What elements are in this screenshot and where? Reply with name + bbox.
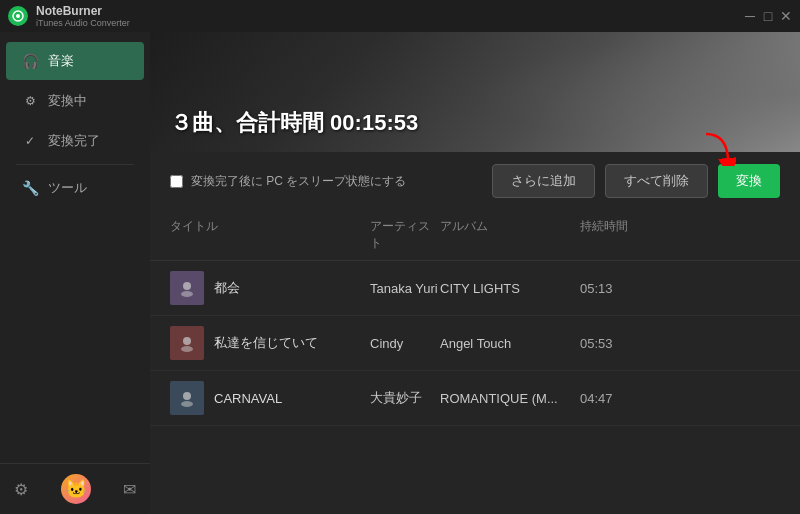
track-name: 都会 — [214, 279, 240, 297]
track-artist: Cindy — [370, 336, 440, 351]
close-button[interactable]: ✕ — [780, 10, 792, 22]
track-artist: Tanaka Yuri — [370, 281, 440, 296]
svg-point-10 — [183, 392, 191, 400]
svg-point-4 — [183, 282, 191, 290]
table-row[interactable]: 都会 Tanaka Yuri CITY LIGHTS 05:13 — [150, 261, 800, 316]
hero-title: ３曲、合計時間 00:15:53 — [170, 108, 418, 138]
music-icon: 🎧 — [22, 53, 38, 69]
sidebar-divider — [16, 164, 134, 165]
toolbar-left: 変換完了後に PC をスリープ状態にする — [170, 173, 406, 190]
track-title-cell: 都会 — [170, 271, 370, 305]
titlebar: NoteBurner iTunes Audio Converter ─ □ ✕ — [0, 0, 800, 32]
track-name: CARNAVAL — [214, 391, 282, 406]
converted-icon: ✓ — [22, 133, 38, 149]
table-row[interactable]: 私達を信じていて Cindy Angel Touch 05:53 — [150, 316, 800, 371]
svg-point-7 — [183, 337, 191, 345]
toolbar: 変換完了後に PC をスリープ状態にする さらに追加 すべて削除 変換 — [150, 152, 800, 210]
tools-icon: 🔧 — [22, 180, 38, 196]
track-thumbnail — [170, 326, 204, 360]
toolbar-right: さらに追加 すべて削除 変換 — [492, 164, 780, 198]
delete-all-button[interactable]: すべて削除 — [605, 164, 708, 198]
sidebar-nav: 🎧 音楽 ⚙ 変換中 ✓ 変換完了 🔧 ツール — [0, 32, 150, 463]
titlebar-left: NoteBurner iTunes Audio Converter — [8, 4, 130, 28]
titlebar-controls: ─ □ ✕ — [744, 10, 792, 22]
hero-overlay — [475, 32, 800, 152]
track-name: 私達を信じていて — [214, 334, 318, 352]
content-area: ３曲、合計時間 00:15:53 変換完了後に PC をスリープ状態にする さら… — [150, 32, 800, 514]
sidebar-item-converting[interactable]: ⚙ 変換中 — [6, 82, 144, 120]
table-header: タイトル アーティスト アルバム 持続時間 — [150, 210, 800, 261]
track-thumbnail — [170, 271, 204, 305]
track-album: ROMANTIQUE (M... — [440, 391, 580, 406]
col-album: アルバム — [440, 218, 580, 252]
add-more-button[interactable]: さらに追加 — [492, 164, 595, 198]
table-row[interactable]: CARNAVAL 大貴妙子 ROMANTIQUE (M... 04:47 — [150, 371, 800, 426]
svg-point-1 — [16, 14, 20, 18]
app-icon — [8, 6, 28, 26]
track-album: Angel Touch — [440, 336, 580, 351]
col-title: タイトル — [170, 218, 370, 252]
col-duration: 持続時間 — [580, 218, 700, 252]
sidebar-bottom: ⚙ 🐱 ✉ — [0, 463, 150, 514]
avatar[interactable]: 🐱 — [61, 474, 91, 504]
sidebar-item-converted[interactable]: ✓ 変換完了 — [6, 122, 144, 160]
minimize-button[interactable]: ─ — [744, 10, 756, 22]
svg-point-5 — [181, 291, 193, 297]
col-extra — [700, 218, 780, 252]
settings-icon[interactable]: ⚙ — [14, 480, 28, 499]
sidebar: 🎧 音楽 ⚙ 変換中 ✓ 変換完了 🔧 ツール ⚙ 🐱 ✉ — [0, 32, 150, 514]
track-rows: 都会 Tanaka Yuri CITY LIGHTS 05:13 私達を信じてい… — [150, 261, 800, 426]
arrow-indicator — [696, 130, 736, 170]
track-title-cell: CARNAVAL — [170, 381, 370, 415]
track-table: タイトル アーティスト アルバム 持続時間 都会 Tanaka Yuri CI — [150, 210, 800, 514]
app-name-block: NoteBurner iTunes Audio Converter — [36, 4, 130, 28]
converting-icon: ⚙ — [22, 93, 38, 109]
track-thumbnail — [170, 381, 204, 415]
sleep-checkbox[interactable] — [170, 175, 183, 188]
main-layout: 🎧 音楽 ⚙ 変換中 ✓ 変換完了 🔧 ツール ⚙ 🐱 ✉ — [0, 32, 800, 514]
app-name: NoteBurner — [36, 4, 130, 18]
track-duration: 04:47 — [580, 391, 700, 406]
sidebar-item-converted-label: 変換完了 — [48, 132, 100, 150]
app-subtitle: iTunes Audio Converter — [36, 18, 130, 28]
col-artist: アーティスト — [370, 218, 440, 252]
sidebar-item-converting-label: 変換中 — [48, 92, 87, 110]
mail-icon[interactable]: ✉ — [123, 480, 136, 499]
sidebar-item-tools-label: ツール — [48, 179, 87, 197]
maximize-button[interactable]: □ — [762, 10, 774, 22]
track-duration: 05:53 — [580, 336, 700, 351]
track-album: CITY LIGHTS — [440, 281, 580, 296]
svg-point-8 — [181, 346, 193, 352]
track-duration: 05:13 — [580, 281, 700, 296]
sidebar-item-tools[interactable]: 🔧 ツール — [6, 169, 144, 207]
sidebar-item-music[interactable]: 🎧 音楽 — [6, 42, 144, 80]
track-artist: 大貴妙子 — [370, 389, 440, 407]
track-title-cell: 私達を信じていて — [170, 326, 370, 360]
sleep-label: 変換完了後に PC をスリープ状態にする — [191, 173, 406, 190]
avatar-emoji: 🐱 — [65, 478, 87, 500]
svg-point-11 — [181, 401, 193, 407]
sidebar-item-music-label: 音楽 — [48, 52, 74, 70]
